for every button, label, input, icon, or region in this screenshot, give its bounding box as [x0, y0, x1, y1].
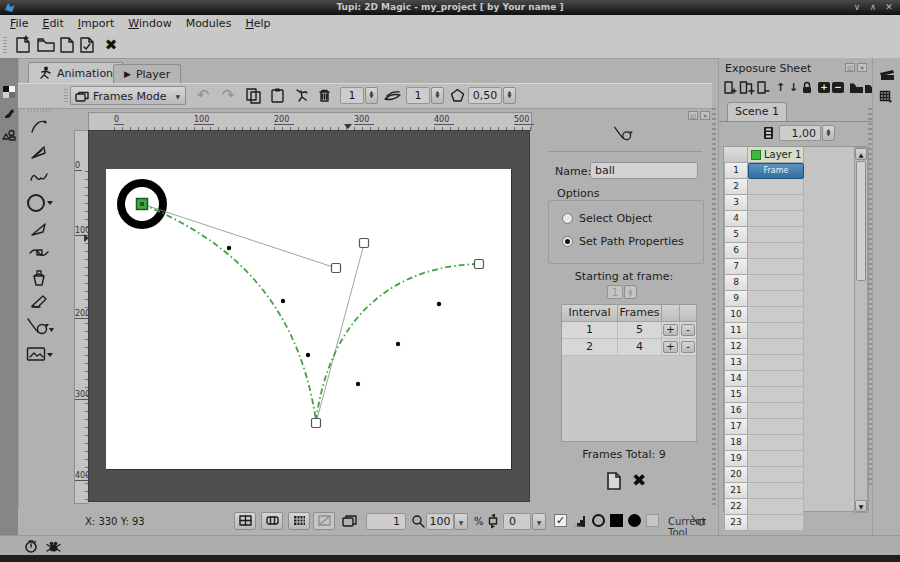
frame-cell[interactable]: [748, 499, 804, 515]
frame-cell[interactable]: [748, 355, 804, 371]
layer-header-cell[interactable]: Layer 1: [748, 147, 804, 163]
canvas-workspace[interactable]: [88, 130, 530, 502]
frame-cell[interactable]: [748, 275, 804, 291]
frame-cell[interactable]: [748, 435, 804, 451]
eraser-tool[interactable]: [29, 292, 49, 310]
tab-player[interactable]: ▶ Player: [113, 64, 181, 83]
menu-edit[interactable]: Edit: [42, 15, 63, 32]
edit-grid-button[interactable]: [261, 512, 283, 530]
frame-cell[interactable]: [748, 451, 804, 467]
frame-cell[interactable]: [748, 307, 804, 323]
onion-prev-stepper[interactable]: ▲▼: [365, 87, 378, 104]
frame-cell[interactable]: [748, 419, 804, 435]
open-project-button[interactable]: [36, 35, 56, 55]
set-path-properties-radio[interactable]: [562, 236, 573, 247]
scroll-up-button[interactable]: ▲: [855, 148, 867, 160]
maximize-button[interactable]: ∧: [866, 1, 880, 14]
select-frame-tool-button[interactable]: [293, 87, 313, 107]
shapes-tool[interactable]: [26, 192, 54, 214]
frames-mode-combobox[interactable]: Frames Mode ▼: [70, 86, 186, 105]
add-frame-to-interval-button[interactable]: +: [663, 341, 678, 353]
brush-properties-icon[interactable]: [3, 107, 16, 120]
close-project-button[interactable]: ✖: [101, 35, 121, 55]
palette-drag-handle[interactable]: [28, 108, 50, 112]
new-project-button[interactable]: [14, 35, 34, 55]
color-palette-icon[interactable]: [3, 86, 15, 98]
horizontal-ruler[interactable]: 0100200300400500: [88, 112, 532, 131]
tween-tool[interactable]: [25, 316, 55, 338]
lock-frame-button[interactable]: [800, 80, 815, 96]
add-frames-button[interactable]: [739, 80, 754, 96]
framerate-field[interactable]: 1,00: [779, 125, 821, 141]
interval-cell[interactable]: 2: [562, 339, 618, 356]
time-status-button[interactable]: [24, 539, 38, 553]
add-scene-button[interactable]: [849, 80, 864, 96]
menu-import[interactable]: Import: [78, 15, 115, 32]
frame-cell[interactable]: [748, 227, 804, 243]
frame-cell[interactable]: [748, 291, 804, 307]
frame-cell[interactable]: Frame: [748, 163, 804, 179]
brush-shape-swatch[interactable]: [628, 514, 641, 527]
scene-tab[interactable]: Scene 1: [727, 102, 787, 122]
add-layer-button[interactable]: +: [818, 82, 830, 93]
menu-file[interactable]: File: [10, 15, 28, 32]
frame-cell[interactable]: [748, 467, 804, 483]
remove-layer-button[interactable]: −: [832, 82, 844, 93]
import-project-button[interactable]: [78, 35, 98, 55]
rotation-value-field[interactable]: 0: [503, 513, 531, 530]
antialiasing-checkbox[interactable]: ✓: [554, 514, 567, 527]
frame-cell[interactable]: [748, 515, 804, 531]
select-object-radio[interactable]: [562, 213, 573, 224]
remove-frame-button[interactable]: [316, 87, 336, 107]
exposure-dock-button[interactable]: [879, 90, 894, 105]
selection-tool[interactable]: [29, 220, 49, 240]
image-tool[interactable]: [26, 346, 54, 364]
close-exposure-icon[interactable]: ×: [857, 63, 867, 72]
node-selection-tool[interactable]: [28, 244, 50, 260]
paste-frame-button[interactable]: [269, 87, 289, 107]
stroke-color-swatch[interactable]: [592, 514, 605, 527]
frame-number-field[interactable]: 1: [366, 513, 406, 530]
copy-frame-button[interactable]: [245, 87, 265, 107]
menu-help[interactable]: Help: [245, 15, 270, 32]
tab-animation[interactable]: Animation: [28, 62, 124, 83]
render-quality-icon[interactable]: [572, 515, 586, 527]
options-drag-handle[interactable]: [64, 89, 68, 103]
zoom-value-field[interactable]: 100: [426, 513, 454, 530]
frame-cell[interactable]: [748, 387, 804, 403]
menu-modules[interactable]: Modules: [186, 15, 232, 32]
tween-name-input[interactable]: ball: [590, 162, 698, 179]
ink-tool[interactable]: [29, 142, 49, 162]
opacity-field[interactable]: 0,50: [468, 87, 502, 104]
starting-frame-stepper[interactable]: ▲▼: [624, 285, 637, 299]
apply-tween-button[interactable]: [606, 471, 622, 491]
framerate-stepper[interactable]: ▲▼: [822, 125, 835, 141]
fill-color-swatch[interactable]: [610, 514, 623, 527]
frame-cell[interactable]: [748, 339, 804, 355]
frames-cell[interactable]: 4: [618, 339, 662, 356]
move-frame-down-button[interactable]: ↓: [786, 80, 801, 96]
pencil-tool[interactable]: [29, 116, 49, 136]
undock-panel-icon[interactable]: ◱: [688, 111, 698, 120]
onion-prev-field[interactable]: 1: [340, 87, 364, 104]
frame-cell[interactable]: [748, 323, 804, 339]
scenes-dock-button[interactable]: [879, 68, 895, 82]
frame-cell[interactable]: [748, 259, 804, 275]
vertical-ruler[interactable]: 0100200300400: [74, 130, 89, 504]
library-objects-icon[interactable]: [2, 129, 16, 141]
titlebar[interactable]: Tupi: 2D Magic - my_project [ by Your na…: [0, 0, 900, 16]
scroll-down-button[interactable]: ▼: [855, 500, 867, 512]
onion-next-stepper[interactable]: ▲▼: [431, 87, 444, 104]
close-panel-icon[interactable]: ×: [700, 111, 710, 120]
minimize-button[interactable]: ∨: [850, 1, 864, 14]
close-window-button[interactable]: ✕: [882, 1, 896, 14]
save-project-button[interactable]: [58, 35, 78, 55]
add-frame-to-interval-button[interactable]: +: [663, 324, 678, 336]
remove-frame-from-interval-button[interactable]: -: [681, 324, 695, 336]
frame-cell[interactable]: [748, 195, 804, 211]
opacity-stepper[interactable]: ▲▼: [503, 87, 516, 104]
onion-frames-icon[interactable]: [342, 514, 360, 528]
undock-exposure-icon[interactable]: ◱: [845, 63, 855, 72]
toolbar-drag-handle[interactable]: [3, 37, 7, 53]
frame-cell[interactable]: [748, 211, 804, 227]
